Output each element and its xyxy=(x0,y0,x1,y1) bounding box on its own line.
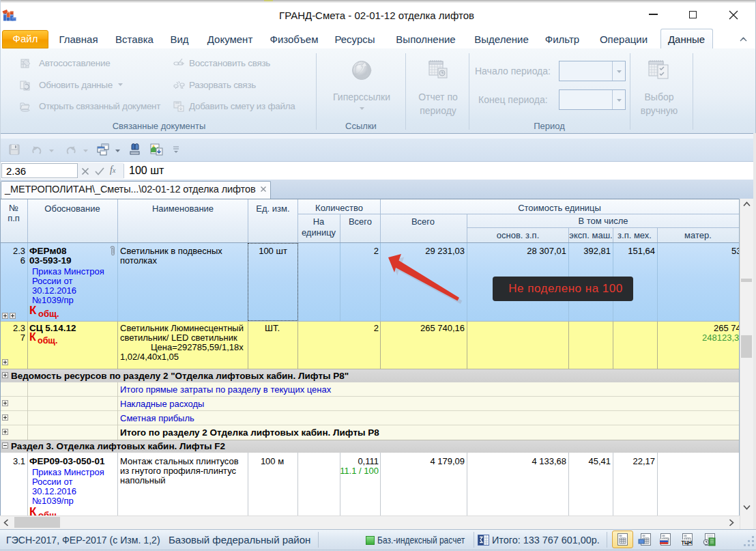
svg-text:ТЦН: ТЦН xyxy=(682,539,692,546)
